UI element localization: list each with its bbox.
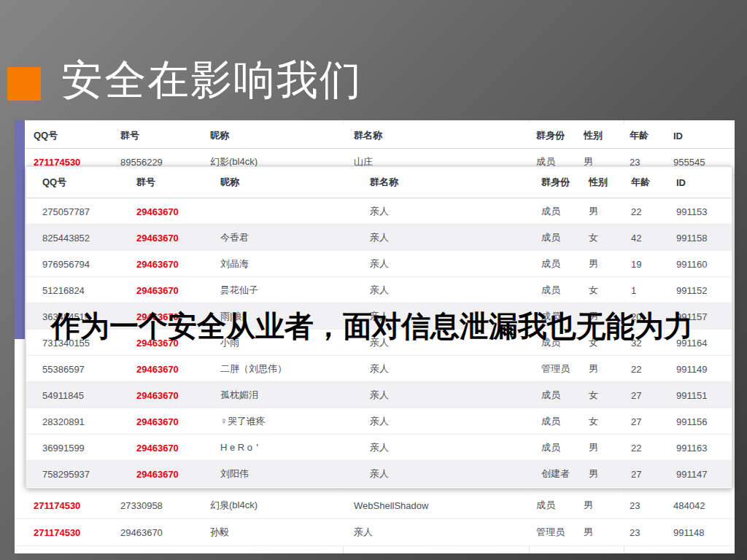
table-row[interactable]: 82544385229463670今香君亲人成员女42991158 — [26, 225, 732, 251]
cell-nick: 昙花仙子 — [220, 284, 258, 297]
cell-nick: 刘阳伟 — [220, 467, 249, 481]
cell-gname: 亲人 — [370, 362, 389, 376]
cell-role: 成员 — [541, 415, 560, 428]
cell-gname: 亲人 — [354, 526, 373, 539]
cell-id: 991160 — [676, 258, 707, 269]
cell-gname: 亲人 — [370, 415, 389, 428]
cell-id: 991151 — [676, 389, 707, 400]
cell-qq: 271174530 — [34, 527, 80, 538]
cell-id: 991152 — [676, 284, 707, 295]
background-table-header: QQ号群号昵称群名称群身份性别年龄ID — [15, 123, 735, 149]
column-header-age: 年龄 — [630, 129, 649, 142]
table-row[interactable]: 27505778729463670亲人成员男22991153 — [26, 198, 732, 225]
cell-qq: 36991599 — [42, 442, 85, 453]
cell-group: 29463670 — [136, 232, 179, 243]
cell-role: 成员 — [541, 205, 560, 218]
cell-id: 991158 — [676, 232, 707, 243]
table-row[interactable]: 27117453027330958幻泉(bl4ck)WebShellShadow… — [15, 492, 735, 519]
cell-qq: 275057787 — [42, 206, 90, 217]
cell-gender: 男 — [589, 467, 598, 481]
cell-id: 991156 — [676, 416, 707, 427]
cell-role: 成员 — [541, 441, 560, 454]
cell-qq: 54911845 — [42, 389, 84, 400]
cell-gender: 男 — [589, 441, 598, 454]
cell-group: 29463670 — [136, 284, 179, 295]
cell-gname: 亲人 — [370, 231, 389, 244]
cell-age: 27 — [631, 468, 641, 479]
table-row[interactable]: 5491184529463670孤枕媚泪亲人成员女27991151 — [26, 382, 732, 408]
column-header-id: ID — [676, 177, 686, 188]
cell-age: 27 — [631, 389, 641, 400]
cell-age: 42 — [631, 232, 641, 243]
cell-group: 29463670 — [136, 416, 179, 427]
cell-nick: 今香君 — [220, 231, 249, 244]
cell-group: 27330958 — [120, 500, 163, 511]
column-header-qq: QQ号 — [42, 176, 66, 189]
cell-group: 29463670 — [136, 206, 179, 217]
cell-group: 29463670 — [120, 527, 163, 538]
cell-nick: 孤枕媚泪 — [220, 389, 258, 402]
cell-id: 991153 — [676, 206, 707, 217]
cell-nick: H e R o＇ — [220, 441, 262, 454]
cell-id: 484042 — [673, 500, 705, 511]
cell-qq: 28320891 — [42, 416, 85, 427]
cell-gender: 女 — [589, 284, 598, 297]
column-header-group: 群号 — [120, 129, 139, 142]
cell-nick: 幻泉(bl4ck) — [210, 499, 258, 512]
cell-group: 29463670 — [136, 442, 179, 453]
column-header-role: 群身份 — [541, 176, 570, 189]
cell-gender: 男 — [584, 526, 593, 539]
page-title: 安全在影响我们 — [61, 52, 363, 109]
cell-gender: 男 — [589, 205, 598, 218]
cell-role: 创建者 — [541, 467, 570, 481]
cell-gname: 亲人 — [370, 441, 389, 454]
cell-group: 29463670 — [136, 468, 179, 479]
cell-gender: 女 — [589, 415, 598, 428]
column-header-gender: 性别 — [589, 176, 608, 189]
cell-gender: 男 — [589, 257, 598, 271]
cell-id: 991147 — [676, 468, 707, 479]
cell-id: 991148 — [673, 527, 704, 538]
cell-qq: 825443852 — [42, 232, 90, 243]
table-row[interactable]: 97695679429463670刘晶海亲人成员男19991160 — [26, 251, 732, 277]
table-row[interactable]: 3699159929463670H e R o＇亲人成员男22991163 — [26, 435, 732, 461]
cell-gname: 亲人 — [370, 467, 389, 481]
overlay-caption: 作为一个安全从业者，面对信息泄漏我也无能为力 — [51, 306, 693, 346]
cell-gender: 女 — [589, 231, 598, 244]
cell-gname: 亲人 — [370, 205, 389, 218]
table-row[interactable]: 5121682429463670昙花仙子亲人成员女1991152 — [26, 277, 732, 303]
cell-group: 29463670 — [136, 258, 179, 269]
cell-role: 成员 — [541, 389, 560, 402]
cell-qq: 758295937 — [42, 468, 90, 479]
title-accent-square — [7, 67, 41, 101]
column-header-nick: 昵称 — [220, 176, 239, 189]
cell-gname: 亲人 — [370, 257, 389, 271]
cell-gender: 女 — [589, 389, 598, 402]
cell-nick: 二胖（刘思伟） — [220, 362, 287, 376]
table-row[interactable]: 75829593729463670刘阳伟亲人创建者男27991147 — [26, 461, 732, 487]
cell-id: 991149 — [676, 363, 707, 374]
column-header-group: 群号 — [136, 176, 155, 189]
cell-gender: 男 — [589, 362, 598, 376]
cell-age: 23 — [630, 527, 640, 538]
table-row[interactable]: 27117453029463670幻影(bl4ck) — [26, 487, 732, 489]
table-row[interactable]: 2832089129463670♀哭了谁疼亲人成员女27991156 — [26, 408, 732, 435]
cell-age: 22 — [631, 442, 641, 453]
cell-group: 29463670 — [136, 363, 179, 374]
cell-qq: 51216824 — [42, 284, 85, 295]
cell-gender: 男 — [584, 499, 593, 512]
table-row[interactable]: 5538659729463670二胖（刘思伟）亲人管理员男22991149 — [26, 356, 732, 382]
window-edge-strip — [15, 120, 25, 339]
column-header-nick: 昵称 — [210, 129, 229, 142]
column-header-id: ID — [673, 131, 683, 141]
cell-role: 成员 — [541, 284, 560, 297]
column-header-gname: 群名称 — [370, 176, 398, 189]
cell-gname: 亲人 — [370, 284, 389, 297]
table-row[interactable]: 27117453029463670孙毅亲人管理员男23991148 — [15, 519, 735, 546]
cell-age: 22 — [631, 363, 641, 374]
cell-role: 成员 — [536, 499, 555, 512]
cell-gname: 亲人 — [370, 389, 389, 402]
cell-role: 成员 — [541, 231, 560, 244]
cell-gname: WebShellShadow — [354, 500, 428, 511]
cell-age: 27 — [631, 416, 641, 427]
